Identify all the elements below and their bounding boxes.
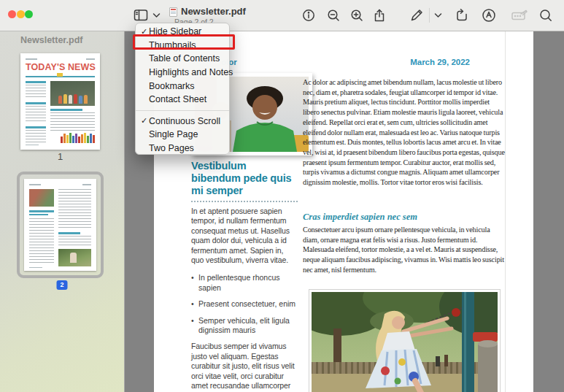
thumb-section-bar	[26, 126, 46, 128]
thumb-heading-bar	[29, 214, 48, 216]
bullet-item: • In pellentesque rhoncus sapien	[191, 273, 298, 293]
bullet-marker: •	[191, 316, 198, 336]
close-button[interactable]	[8, 10, 16, 18]
markup-dropdown-button[interactable]	[432, 6, 444, 25]
dotted-divider	[191, 201, 298, 202]
checkmark-icon: ✓	[141, 116, 149, 126]
article-paragraph: In et aptent posuere sapien tempor, id n…	[191, 207, 298, 265]
page-thumbnail-1[interactable]: TODAY'S NEWS	[20, 53, 100, 150]
thumb-section-bar	[26, 102, 46, 104]
sidebar-panel-icon	[133, 7, 149, 23]
signature-button	[510, 6, 529, 25]
bullet-text: In pellentesque rhoncus sapien	[198, 273, 298, 293]
thumb-heading-bar	[29, 210, 54, 212]
thumbnails-highlight-annotation	[133, 34, 235, 50]
rotate-button[interactable]	[452, 6, 471, 25]
page-thumbnail-2	[24, 179, 96, 271]
menu-item-label: Two Pages	[149, 143, 194, 153]
thumb-boy-photo	[29, 189, 54, 207]
document-title-label: Newsletter.pdf	[20, 35, 82, 45]
markup-pencil-icon	[409, 7, 425, 23]
body-paragraph: Consectetuer arcu ipsum ornare pellentes…	[303, 225, 505, 275]
section-heading: Cras imperdiet sapien nec sem	[303, 212, 505, 223]
share-button[interactable]	[370, 6, 389, 25]
playground-photo	[309, 289, 501, 392]
thumb-text-lines	[58, 189, 91, 230]
thumb-heading-bar	[50, 109, 82, 111]
thumb-pencil-marker	[57, 73, 63, 77]
preview-window: Newsletter.pdf Page 2 of 2	[0, 0, 564, 392]
toolbar: Newsletter.pdf Page 2 of 2	[0, 0, 564, 31]
thumb-header-line	[82, 184, 91, 185]
highlight-button[interactable]	[479, 6, 498, 25]
info-icon	[301, 8, 316, 23]
menu-item-continuous-scroll[interactable]: ✓ Continuous Scroll	[136, 115, 229, 128]
menu-item-single-page[interactable]: Single Page	[136, 128, 229, 142]
thumb-girl-photo	[58, 249, 91, 266]
thumb-header-line	[86, 58, 95, 60]
menu-item-label: Table of Contents	[149, 53, 220, 64]
menu-item-two-pages[interactable]: Two Pages	[136, 142, 229, 155]
zoom-out-button[interactable]	[324, 6, 343, 25]
signature-form-icon	[511, 8, 528, 23]
thumb-heading-bar	[58, 232, 80, 234]
thumb-header-line	[26, 58, 37, 60]
body-paragraph: Ac dolor ac adipiscing amet bibendum nul…	[303, 77, 505, 188]
minimize-button[interactable]	[17, 10, 25, 18]
thumb-text-lines	[50, 112, 95, 133]
menu-item-bookmarks[interactable]: Bookmarks	[136, 79, 229, 93]
thumb-text-lines	[58, 236, 91, 246]
thumb-text-lines	[26, 130, 46, 145]
page-margin-rule	[505, 31, 506, 392]
chevron-down-icon	[152, 12, 161, 18]
thumb-footer-line	[29, 267, 42, 269]
zoom-in-icon	[349, 8, 364, 23]
thumb-pencils-art	[61, 133, 95, 143]
thumb-newsletter-headline: TODAY'S NEWS	[26, 62, 95, 72]
search-icon	[538, 8, 553, 23]
fullscreen-button[interactable]	[25, 10, 33, 18]
menu-item-label: Single Page	[149, 129, 198, 139]
thumb-footer-line	[26, 145, 39, 146]
pdf-document-icon	[169, 7, 177, 17]
left-column-article: Vestibulum bibendum pede quis mi semper …	[191, 160, 298, 392]
zoom-in-button[interactable]	[347, 6, 366, 25]
chevron-down-icon	[434, 12, 442, 18]
page-1-label: 1	[20, 151, 100, 162]
menu-separator	[136, 110, 229, 111]
thumb-text-lines	[26, 106, 46, 123]
thumb-text-lines	[26, 85, 46, 99]
menu-item-label: Continuous Scroll	[149, 116, 220, 126]
thumb-header-line	[29, 184, 41, 185]
highlight-pen-icon	[481, 7, 497, 23]
bullet-text: Semper vehicula, elit ligula dignissim m…	[198, 316, 298, 336]
thumb-text-lines	[29, 218, 54, 265]
menu-item-label: Bookmarks	[149, 81, 195, 91]
window-title: Newsletter.pdf	[181, 6, 246, 17]
search-button[interactable]	[536, 6, 555, 25]
menu-item-contact-sheet[interactable]: Contact Sheet	[136, 93, 229, 107]
zoom-out-icon	[326, 8, 341, 23]
bullet-item: • Semper vehicula, elit ligula dignissim…	[191, 316, 298, 336]
markup-button[interactable]	[407, 6, 426, 25]
rotate-icon	[454, 7, 470, 23]
thumb-classroom-photo	[50, 81, 95, 106]
page-date: March 29, 2022	[410, 58, 470, 66]
toolbar-divider	[429, 8, 430, 23]
bullet-marker: •	[191, 273, 198, 293]
article-paragraph: Faucibus semper id vivamus justo vel ali…	[191, 342, 298, 392]
bullet-text: Praesent consectetuer, enim	[198, 299, 295, 309]
bullet-marker: •	[191, 299, 198, 309]
thumbnail-sidebar: Newsletter.pdf TODAY'S NEWS 1	[0, 31, 125, 392]
page-2-selected-badge: 2	[56, 280, 67, 290]
menu-item-label: Contact Sheet	[149, 94, 206, 104]
menu-item-highlights-and-notes[interactable]: Highlights and Notes	[136, 66, 229, 80]
info-button[interactable]	[299, 6, 318, 25]
article-heading: Vestibulum bibendum pede quis mi semper	[191, 160, 298, 197]
thumb-section-bar	[26, 81, 46, 83]
page-thumbnail-2-selected[interactable]	[17, 172, 104, 278]
bullet-item: • Praesent consectetuer, enim	[191, 299, 298, 309]
share-icon	[372, 8, 387, 23]
menu-item-label: Highlights and Notes	[149, 67, 233, 77]
menu-item-table-of-contents[interactable]: Table of Contents	[136, 52, 229, 66]
